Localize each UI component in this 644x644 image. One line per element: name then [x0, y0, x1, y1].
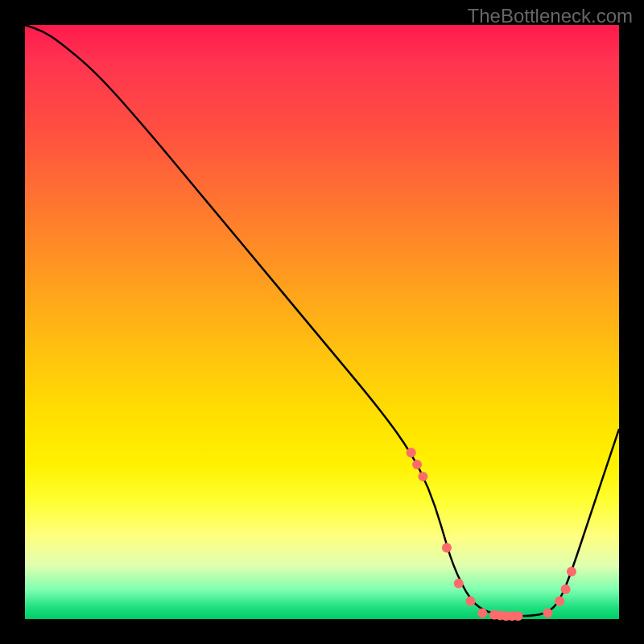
highlight-dot [407, 448, 416, 457]
highlight-dot [442, 543, 452, 552]
highlight-dot [514, 611, 523, 621]
chart-container: TheBottleneck.com [0, 0, 644, 644]
highlight-dots [407, 448, 576, 621]
highlight-dot [567, 567, 576, 576]
chart-svg [25, 25, 619, 619]
highlight-dot [555, 597, 564, 606]
plot-area [25, 25, 619, 619]
bottleneck-curve [25, 25, 619, 616]
highlight-dot [561, 584, 571, 594]
highlight-dot [412, 460, 422, 469]
watermark-text: TheBottleneck.com [468, 5, 633, 27]
highlight-dot [466, 597, 476, 606]
highlight-dot [418, 472, 427, 481]
highlight-dot [454, 579, 464, 588]
highlight-dot [543, 609, 552, 618]
highlight-dot [477, 609, 487, 618]
